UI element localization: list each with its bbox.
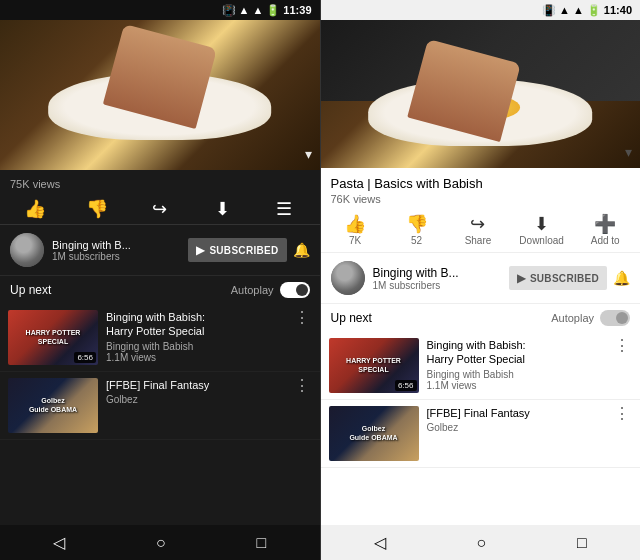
right-thumb-text-1: HARRY POTTERSPECIAL xyxy=(344,355,403,376)
right-channel-info: Binging with B... 1M subscribers xyxy=(373,266,509,291)
right-video-meta-2: [FFBE] Final Fantasy Golbez xyxy=(427,406,613,433)
left-flour-scene xyxy=(0,20,320,170)
right-recent-btn[interactable]: □ xyxy=(577,534,587,552)
left-item-channel-1: Binging with Babish xyxy=(106,341,292,352)
right-signal-icon: ▲ xyxy=(559,4,570,16)
right-channel-avatar xyxy=(331,261,365,295)
left-up-next-label: Up next xyxy=(10,283,51,297)
left-item-title-2: [FFBE] Final Fantasy xyxy=(106,378,292,392)
right-avatar-img xyxy=(331,261,365,295)
left-like-btn[interactable]: 👍 xyxy=(15,200,55,218)
right-video-info: Pasta | Basics with Babish 76K views xyxy=(321,168,641,209)
right-video-views: 76K views xyxy=(331,193,631,205)
right-battery-icon: 🔋 xyxy=(587,4,601,17)
left-duration-1: 6:56 xyxy=(74,352,96,363)
left-video-player[interactable]: ▾ xyxy=(0,20,320,170)
left-back-btn[interactable]: ◁ xyxy=(53,533,65,552)
right-channel-name: Binging with B... xyxy=(373,266,509,280)
left-item-channel-2: Golbez xyxy=(106,394,292,405)
left-item-title-1: Binging with Babish:Harry Potter Special xyxy=(106,310,292,339)
right-thumb-text-2: GolbezGuide OBAMA xyxy=(347,423,399,444)
left-phone-panel: 📳 ▲ ▲ 🔋 11:39 ▾ 75K views 👍 👎 ↪ xyxy=(0,0,321,560)
download-icon: ⬇ xyxy=(215,200,230,218)
left-download-btn[interactable]: ⬇ xyxy=(202,200,242,218)
right-download-btn[interactable]: ⬇ Download xyxy=(519,215,563,246)
right-share-btn[interactable]: ↪ Share xyxy=(458,215,498,246)
left-vibrate-icon: 📳 xyxy=(222,4,236,17)
right-video-bg xyxy=(321,20,641,168)
left-channel-name: Binging with B... xyxy=(52,239,188,251)
left-video-item-2[interactable]: GolbezGuide OBAMA [FFBE] Final Fantasy G… xyxy=(0,372,320,440)
right-back-btn[interactable]: ◁ xyxy=(374,533,386,552)
right-flour-scene xyxy=(321,20,641,168)
left-autoplay-row: Autoplay xyxy=(231,282,310,298)
left-menu-btn[interactable]: ☰ xyxy=(264,200,304,218)
right-autoplay-row: Autoplay xyxy=(551,310,630,326)
left-thumb-1: HARRY POTTERSPECIAL 6:56 xyxy=(8,310,98,365)
menu-icon: ☰ xyxy=(276,200,292,218)
left-channel-avatar xyxy=(10,233,44,267)
left-thumb-bg-2: GolbezGuide OBAMA xyxy=(8,378,98,433)
right-up-next-label: Up next xyxy=(331,311,372,325)
left-up-next-bar: Up next Autoplay xyxy=(0,276,320,304)
left-item-views-1: 1.1M views xyxy=(106,352,292,363)
right-subscribed-btn[interactable]: ▶ SUBSCRIBED xyxy=(509,266,607,290)
right-more-btn-2[interactable]: ⋮ xyxy=(612,406,632,422)
right-status-icons: 📳 ▲ ▲ 🔋 11:40 xyxy=(542,4,632,17)
left-toggle-knob xyxy=(296,284,308,296)
left-channel-subs: 1M subscribers xyxy=(52,251,188,262)
left-share-btn[interactable]: ↪ xyxy=(140,200,180,218)
right-phone-panel: 📳 ▲ ▲ 🔋 11:40 ▾ Pasta | Basics with Babi… xyxy=(321,0,641,560)
right-sub-text: SUBSCRIBED xyxy=(530,273,599,284)
right-item-views-1: 1.1M views xyxy=(427,380,613,391)
right-dislike-label: 52 xyxy=(411,235,422,246)
right-vibrate-icon: 📳 xyxy=(542,4,556,17)
right-duration-1: 6:56 xyxy=(395,380,417,391)
left-autoplay-toggle[interactable] xyxy=(280,282,310,298)
right-status-bar: 📳 ▲ ▲ 🔋 11:40 xyxy=(321,0,641,20)
like-icon: 👍 xyxy=(24,200,46,218)
right-dislike-btn[interactable]: 👎 52 xyxy=(397,215,437,246)
right-bell-icon[interactable]: 🔔 xyxy=(613,270,630,286)
right-channel-row: Binging with B... 1M subscribers ▶ SUBSC… xyxy=(321,253,641,304)
left-recent-btn[interactable]: □ xyxy=(256,534,266,552)
left-more-btn-2[interactable]: ⋮ xyxy=(292,378,312,394)
left-thumb-text-1: HARRY POTTERSPECIAL xyxy=(24,327,83,348)
right-more-btn-1[interactable]: ⋮ xyxy=(612,338,632,354)
share-icon: ↪ xyxy=(152,200,167,218)
right-video-title: Pasta | Basics with Babish xyxy=(331,176,631,191)
right-video-dropdown[interactable]: ▾ xyxy=(625,144,632,160)
right-up-next-bar: Up next Autoplay xyxy=(321,304,641,332)
dislike-icon: 👎 xyxy=(86,200,108,218)
right-autoplay-toggle[interactable] xyxy=(600,310,630,326)
right-thumb-bg-2: GolbezGuide OBAMA xyxy=(329,406,419,461)
avatar-img xyxy=(10,233,44,267)
left-video-item-1[interactable]: HARRY POTTERSPECIAL 6:56 Binging with Ba… xyxy=(0,304,320,372)
left-video-bg xyxy=(0,20,320,170)
left-home-btn[interactable]: ○ xyxy=(156,534,166,552)
right-video-meta-1: Binging with Babish:Harry Potter Special… xyxy=(427,338,613,391)
left-action-bar: 👍 👎 ↪ ⬇ ☰ xyxy=(0,194,320,225)
right-home-btn[interactable]: ○ xyxy=(477,534,487,552)
right-video-item-2[interactable]: GolbezGuide OBAMA [FFBE] Final Fantasy G… xyxy=(321,400,641,468)
right-video-player[interactable]: ▾ xyxy=(321,20,641,168)
left-subscribed-btn[interactable]: ▶ SUBSCRIBED xyxy=(188,238,286,262)
left-video-meta-2: [FFBE] Final Fantasy Golbez xyxy=(106,378,292,405)
left-bell-icon[interactable]: 🔔 xyxy=(293,242,310,258)
left-more-btn-1[interactable]: ⋮ xyxy=(292,310,312,326)
right-item-channel-2: Golbez xyxy=(427,422,613,433)
left-dislike-btn[interactable]: 👎 xyxy=(77,200,117,218)
left-video-meta-1: Binging with Babish:Harry Potter Special… xyxy=(106,310,292,363)
left-autoplay-text: Autoplay xyxy=(231,284,274,296)
left-thumb-2: GolbezGuide OBAMA xyxy=(8,378,98,433)
right-dislike-icon: 👎 xyxy=(406,215,428,233)
right-autoplay-text: Autoplay xyxy=(551,312,594,324)
right-like-btn[interactable]: 👍 7K xyxy=(335,215,375,246)
left-status-icons: 📳 ▲ ▲ 🔋 11:39 xyxy=(222,4,312,17)
right-video-item-1[interactable]: HARRY POTTERSPECIAL 6:56 Binging with Ba… xyxy=(321,332,641,400)
left-nav-bar: ◁ ○ □ xyxy=(0,525,320,560)
right-addto-btn[interactable]: ➕ Add to xyxy=(585,215,625,246)
left-thumb-text-2: GolbezGuide OBAMA xyxy=(27,395,79,416)
left-video-dropdown[interactable]: ▾ xyxy=(305,146,312,162)
left-time: 11:39 xyxy=(283,4,311,16)
